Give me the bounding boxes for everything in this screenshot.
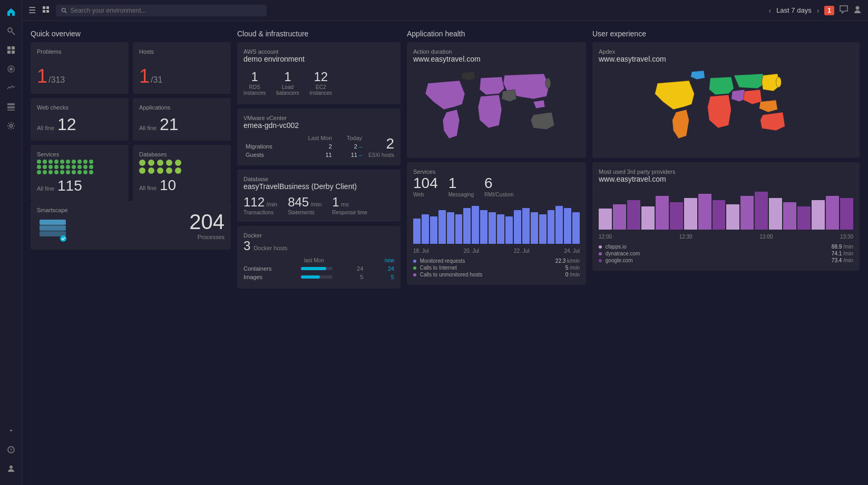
svg-point-19 (62, 8, 65, 12)
app-health-col: Application health Action duration www.e… (407, 29, 586, 293)
applications-value: 21 (160, 115, 179, 134)
applications-card[interactable]: Applications All fine 21 (133, 98, 231, 141)
stat2-val: 5 (565, 265, 569, 271)
provider-3-name: google.com (606, 258, 633, 263)
problems-card[interactable]: Problems 1 /313 (31, 42, 129, 94)
databases-card[interactable]: Databases (133, 145, 231, 201)
svc-web-val: 104 (413, 175, 438, 192)
aws-name: demo environment (243, 55, 394, 63)
database-card[interactable]: Database easyTravelBusiness (Derby Clien… (237, 170, 401, 222)
provider-time-2: 12:30 (679, 234, 693, 240)
apdex-map (599, 67, 853, 152)
user-icon[interactable] (853, 5, 862, 16)
search-input[interactable] (70, 7, 261, 14)
apdex-card[interactable]: Apdex www.easytravel.com (592, 42, 860, 158)
aws-lb-sub: balancers (276, 90, 299, 96)
provider-1-val: 88.9 (832, 244, 842, 250)
aws-card[interactable]: AWS account demo environment 1 RDS insta… (237, 42, 401, 104)
svc-web-label: Web (413, 192, 438, 197)
sidebar-icon-monitoring[interactable] (3, 61, 19, 77)
docker-col-now: now (385, 258, 394, 263)
sidebar-icon-infra[interactable] (3, 99, 19, 115)
vmware-esxi-label: ESXi hosts (368, 152, 394, 158)
problems-value: 1 (37, 65, 47, 87)
sidebar-icon-home[interactable] (3, 4, 19, 20)
databases-sub: All fine (139, 185, 157, 191)
db-resp-unit: ms (341, 201, 349, 207)
sidebar-icon-apps[interactable] (3, 42, 19, 58)
web-checks-sub: All fine (37, 125, 54, 131)
apdex-map-svg (599, 67, 853, 152)
aws-lb: 1 Load balancers (276, 70, 299, 96)
services-value: 115 (57, 177, 82, 194)
services-health-card[interactable]: Services 104 Web 1 Messaging 6 RMI/Custo (407, 162, 586, 285)
aws-stats: 1 RDS instances 1 Load balancers 12 EC2 (243, 67, 394, 98)
stat2-label: Calls to Internet (420, 265, 457, 271)
menu-button[interactable]: ☰ (28, 5, 36, 15)
sidebar-icon-help[interactable]: ? (3, 442, 19, 458)
svg-point-7 (9, 67, 13, 71)
docker-images-row: Images 5 5 (243, 274, 394, 280)
stat1-label: Monitored requests (420, 258, 465, 264)
docker-card[interactable]: Docker 3 Docker hosts last Mon now Conta… (237, 226, 401, 289)
sidebar-icon-expand[interactable] (3, 423, 19, 439)
sections-row: Quick overview Problems 1 /313 (31, 29, 860, 293)
db-resp-val: 1 (332, 195, 339, 209)
stat3-unit: /min (570, 272, 580, 278)
hosts-title: Hosts (139, 48, 225, 55)
search-bar[interactable] (56, 5, 267, 16)
chat-icon[interactable] (840, 5, 848, 16)
action-duration-title: Action duration (413, 48, 580, 55)
database-title: Database (243, 176, 394, 182)
sidebar-icon-apm[interactable] (3, 80, 19, 96)
docker-hosts-val: 3 (243, 239, 250, 253)
stat2-unit: /min (570, 265, 580, 271)
svg-rect-23 (40, 225, 66, 231)
databases-title: Databases (139, 151, 225, 157)
grid-button[interactable] (42, 6, 50, 15)
providers-title: Most used 3rd party providers (599, 169, 853, 175)
chart-label-1: 18. Jul (413, 248, 428, 254)
sidebar-icon-search[interactable] (3, 23, 19, 39)
notification-badge[interactable]: 1 (824, 6, 834, 15)
topnav-right: ‹ Last 7 days › 1 (768, 5, 862, 16)
next-arrow[interactable]: › (817, 6, 820, 15)
provider-time-3: 13:00 (759, 234, 773, 240)
db-stmt-val: 845 (288, 195, 309, 209)
provider-row-1: cfapps.io 88.9 /min (599, 244, 853, 250)
quick-overview-title: Quick overview (31, 29, 231, 38)
database-name: easyTravelBusiness (Derby Client) (243, 182, 394, 191)
aws-rds-label: RDS (243, 84, 266, 90)
smartscape-card[interactable]: Smartscape 204 Processes (31, 201, 231, 250)
vmware-esxi: 2 ESXi hosts (368, 135, 394, 158)
svg-rect-18 (46, 10, 49, 13)
stat-row-1: Monitored requests 22.3 k/min (413, 258, 580, 264)
svg-point-26 (545, 78, 551, 88)
vmware-card[interactable]: VMware vCenter emea-gdn-vc002 Last Mon T… (237, 108, 401, 165)
svg-rect-3 (12, 46, 15, 50)
vm-mig-label: Migrations (243, 142, 291, 151)
action-duration-card[interactable]: Action duration www.easytravel.com (407, 42, 586, 158)
docker-containers-lastmon: 24 (353, 265, 363, 272)
db-resp: 1 ms Response time (332, 195, 367, 215)
sidebar-icon-settings[interactable] (3, 118, 19, 134)
smartscape-icon (37, 215, 69, 242)
web-checks-card[interactable]: Web checks All fine 12 (31, 98, 129, 141)
services-card[interactable]: Services (31, 145, 129, 201)
services-title: Services (37, 151, 122, 157)
stat1-val: 22.3 (555, 258, 565, 264)
providers-card[interactable]: Most used 3rd party providers www.easytr… (592, 162, 860, 271)
databases-value: 10 (160, 177, 176, 194)
prev-arrow[interactable]: ‹ (768, 6, 771, 15)
date-range[interactable]: Last 7 days (776, 6, 812, 14)
chart-label-4: 24. Jul (564, 248, 580, 254)
aws-rds-sub: instances (243, 90, 266, 96)
vm-mig-today: 2 – (334, 142, 364, 151)
svc-msg-label: Messaging (448, 192, 474, 197)
vmware-layout: Last Mon Today Migrations 2 (243, 134, 394, 159)
svg-rect-10 (7, 110, 15, 111)
sidebar-icon-user[interactable] (3, 461, 19, 477)
hosts-card[interactable]: Hosts 1 /31 (133, 42, 231, 94)
svg-rect-15 (43, 6, 45, 9)
svg-point-11 (9, 125, 12, 127)
